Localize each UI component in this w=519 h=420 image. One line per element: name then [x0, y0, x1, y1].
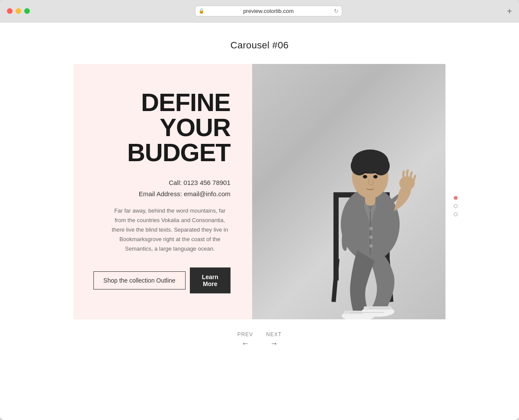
slide-left-panel: DEFINE YOUR BUDGET Call: 0123 456 78901 …: [74, 64, 252, 319]
prev-arrow-icon: ←: [241, 339, 249, 348]
shop-collection-button[interactable]: Shop the collection Outline: [93, 271, 186, 290]
reload-icon[interactable]: ↻: [334, 8, 339, 14]
slide-right-panel: [252, 64, 445, 319]
next-label: NEXT: [266, 331, 282, 337]
carousel-controls: PREV ← NEXT →: [237, 331, 282, 348]
page-content: Carousel #06 DEFINE YOUR BUDGET Call: 01…: [0, 22, 519, 420]
svg-point-25: [355, 152, 385, 167]
traffic-lights: [7, 8, 30, 14]
dot-2[interactable]: [454, 204, 458, 208]
maximize-button[interactable]: [24, 8, 30, 14]
address-bar: 🔒 preview.colorlib.com ↻: [35, 6, 502, 16]
learn-more-button[interactable]: Learn More: [190, 267, 231, 293]
slide-figure-svg: [266, 90, 431, 319]
next-button[interactable]: NEXT →: [266, 331, 282, 348]
slide-buttons: Shop the collection Outline Learn More: [93, 267, 231, 293]
prev-label: PREV: [237, 331, 253, 337]
page-title: Carousel #06: [231, 40, 288, 51]
svg-point-27: [373, 175, 378, 178]
lock-icon: 🔒: [199, 8, 205, 14]
next-arrow-icon: →: [270, 339, 278, 348]
minimize-button[interactable]: [16, 8, 21, 14]
carousel-wrapper: DEFINE YOUR BUDGET Call: 0123 456 78901 …: [74, 64, 445, 348]
browser-window: 🔒 preview.colorlib.com ↻ + Carousel #06 …: [0, 0, 519, 420]
dot-1[interactable]: [454, 196, 458, 200]
carousel-slide: DEFINE YOUR BUDGET Call: 0123 456 78901 …: [74, 64, 445, 319]
svg-point-9: [369, 227, 373, 230]
svg-point-26: [363, 175, 367, 178]
slide-description: Far far away, behind the word mountains,…: [109, 206, 231, 254]
dot-3[interactable]: [454, 213, 458, 216]
slide-headline: DEFINE YOUR BUDGET: [95, 90, 231, 165]
prev-button[interactable]: PREV ←: [237, 331, 253, 348]
new-tab-button[interactable]: +: [507, 7, 512, 16]
slide-email: Email Address: email@info.com: [139, 188, 231, 200]
dot-navigation: [454, 196, 458, 216]
slide-call: Call: 0123 456 78901: [139, 177, 231, 188]
slide-contact: Call: 0123 456 78901 Email Address: emai…: [139, 177, 231, 199]
svg-point-11: [369, 244, 373, 248]
browser-chrome: 🔒 preview.colorlib.com ↻ +: [0, 0, 519, 22]
url-input[interactable]: preview.colorlib.com: [195, 6, 342, 16]
svg-point-10: [369, 235, 373, 239]
close-button[interactable]: [7, 8, 13, 14]
